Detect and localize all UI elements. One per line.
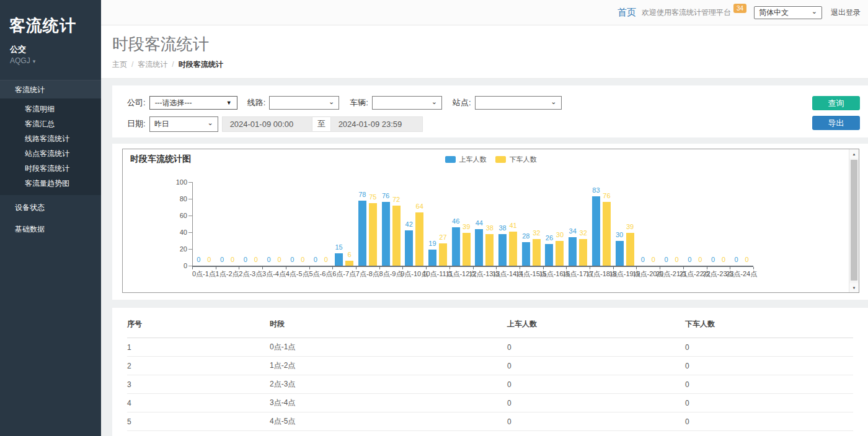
sidebar-nav: 客流统计 客流明细 客流汇总 线路客流统计 站点客流统计 时段客流统计 客流量趋… <box>0 80 101 238</box>
sidebar-item-station-stats[interactable]: 站点客流统计 <box>0 146 101 161</box>
home-link[interactable]: 首页 <box>618 7 636 19</box>
cell-alighting: 0 <box>685 431 853 436</box>
cell-period: 4点-5点 <box>270 412 507 431</box>
bar-chart-plot: 020406080100000点-1点001点-2点002点-3点003点-4点… <box>123 149 859 292</box>
sidebar-item-device-status[interactable]: 设备状态 <box>0 198 101 217</box>
y-axis-label: 20 <box>165 245 187 253</box>
chevron-down-icon: ⌄ <box>207 120 213 126</box>
bar-value-alighting: 64 <box>410 203 429 210</box>
breadcrumb: 主页/客流统计/时段客流统计 <box>112 59 868 70</box>
cell-period: 5点-6点 <box>270 431 507 436</box>
cell-period: 3点-4点 <box>270 394 507 412</box>
y-axis-tick <box>188 249 192 250</box>
scrollbar-thumb[interactable] <box>851 160 857 281</box>
table-header-row: 序号 时段 上车人数 下车人数 <box>127 313 853 338</box>
cell-period: 0点-1点 <box>270 338 507 357</box>
bar-boarding <box>382 202 390 266</box>
scroll-up-icon[interactable]: ▲ <box>849 149 859 159</box>
table-row: 43点-4点00 <box>127 394 853 412</box>
sidebar-item-passenger-summary[interactable]: 客流汇总 <box>0 116 101 131</box>
breadcrumb-separator: / <box>131 60 133 69</box>
sidebar-item-base-data[interactable]: 基础数据 <box>0 220 101 238</box>
y-axis-label: 0 <box>165 262 187 269</box>
sidebar-item-line-stats[interactable]: 线路客流统计 <box>0 131 101 146</box>
chevron-down-icon: ⌄ <box>329 98 334 105</box>
cell-alighting: 0 <box>685 394 853 412</box>
y-axis-label: 60 <box>165 212 187 219</box>
filter-actions: 查询 导出 <box>812 96 860 130</box>
chart-box: 时段车流统计图 上车人数 下车人数 020406080100000点-1点001… <box>122 149 859 293</box>
y-axis-label: 80 <box>165 195 187 203</box>
station-select[interactable]: ⌄ <box>475 96 562 110</box>
vehicle-select[interactable]: ⌄ <box>372 96 442 110</box>
cell-boarding: 0 <box>507 357 685 375</box>
sidebar-submenu: 客流明细 客流汇总 线路客流统计 站点客流统计 时段客流统计 客流量趋势图 <box>0 98 101 195</box>
chart-scrollbar[interactable]: ▲ ▼ <box>849 149 859 292</box>
breadcrumb-current: 时段客流统计 <box>179 60 223 69</box>
bar-boarding <box>522 242 530 266</box>
date-to-input[interactable] <box>330 116 423 132</box>
company-label: 公司: <box>127 97 146 108</box>
sidebar-item-passenger-stats[interactable]: 客流统计 <box>0 80 101 98</box>
notification-badge[interactable]: 34 <box>733 4 746 13</box>
y-axis-label: 100 <box>165 178 187 186</box>
cell-period: 2点-3点 <box>270 375 507 394</box>
date-from-input[interactable] <box>222 116 312 132</box>
y-axis-tick <box>188 232 192 233</box>
content: 公司: ---请选择--- ▼ 线路: ⌄ 车辆: ⌄ 站点: <box>101 79 868 436</box>
org-code-dropdown[interactable]: AQGJ▾ <box>0 55 101 65</box>
bar-boarding <box>616 241 624 266</box>
sidebar-item-passenger-detail[interactable]: 客流明细 <box>0 102 101 116</box>
sidebar-item-trend-chart[interactable]: 客流量趋势图 <box>0 176 101 191</box>
bar-alighting <box>603 202 611 266</box>
language-value: 简体中文 <box>759 7 789 18</box>
line-select[interactable]: ⌄ <box>269 96 339 110</box>
scroll-down-icon[interactable]: ▼ <box>849 283 859 292</box>
company-select-value: ---请选择--- <box>155 98 192 108</box>
cell-index: 2 <box>127 357 270 375</box>
page-header: 时段客流统计 主页/客流统计/时段客流统计 <box>101 25 868 79</box>
bar-boarding <box>452 227 460 266</box>
bar-value-alighting: 39 <box>621 223 639 230</box>
company-select[interactable]: ---请选择--- ▼ <box>149 96 237 110</box>
bar-boarding <box>592 196 600 266</box>
cell-boarding: 0 <box>507 375 685 394</box>
bar-alighting <box>345 261 353 266</box>
app-logo: 客流统计 <box>0 0 101 37</box>
filter-row-1: 公司: ---请选择--- ▼ 线路: ⌄ 车辆: ⌄ 站点: <box>127 95 868 111</box>
page-title: 时段客流统计 <box>112 33 868 55</box>
bar-alighting <box>579 239 587 266</box>
cell-index: 6 <box>127 431 270 436</box>
cell-index: 3 <box>127 375 270 394</box>
col-header-boarding: 上车人数 <box>507 313 685 338</box>
cell-boarding: 0 <box>507 338 685 357</box>
query-button[interactable]: 查询 <box>812 96 860 110</box>
bar-value-alighting: 0 <box>317 256 335 263</box>
export-button[interactable]: 导出 <box>812 116 860 130</box>
date-preset-select[interactable]: 昨日 ⌄ <box>149 116 218 132</box>
breadcrumb-passenger-stats[interactable]: 客流统计 <box>138 60 167 69</box>
sidebar-item-period-stats[interactable]: 时段客流统计 <box>0 161 101 176</box>
bar-boarding <box>358 201 366 266</box>
cell-boarding: 0 <box>507 394 685 412</box>
welcome-text: 欢迎使用客流统计管理平台 <box>642 7 731 18</box>
logout-link[interactable]: 退出登录 <box>831 7 861 18</box>
bar-alighting <box>485 234 494 266</box>
language-select[interactable]: 简体中文 ⌄ <box>754 6 822 19</box>
cell-index: 5 <box>127 412 270 431</box>
bar-alighting <box>463 233 471 266</box>
bar-boarding <box>498 234 507 266</box>
bar-value-alighting: 76 <box>597 192 616 199</box>
table-row: 54点-5点00 <box>127 412 853 431</box>
y-axis-tick <box>188 216 192 216</box>
filter-panel: 公司: ---请选择--- ▼ 线路: ⌄ 车辆: ⌄ 站点: <box>112 85 868 137</box>
bar-alighting <box>533 239 541 266</box>
bar-value-boarding: 19 <box>423 240 441 247</box>
org-name: 公交 <box>0 37 101 55</box>
breadcrumb-home[interactable]: 主页 <box>112 60 127 69</box>
table-row: 10点-1点00 <box>127 338 853 357</box>
chevron-down-icon: ⌄ <box>432 98 437 105</box>
y-axis-line <box>192 182 193 266</box>
sidebar: 客流统计 公交 AQGJ▾ 客流统计 客流明细 客流汇总 线路客流统计 站点客流… <box>0 0 101 436</box>
bar-alighting <box>392 206 401 266</box>
